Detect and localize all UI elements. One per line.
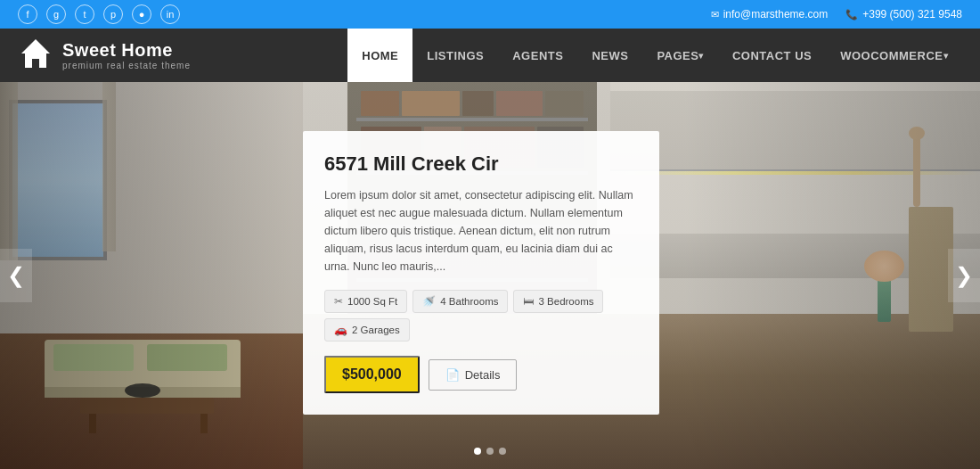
garage-label: 2 Garages	[352, 325, 400, 335]
garage-icon: 🚗	[334, 324, 347, 336]
logo[interactable]: Sweet Home premium real estate theme	[18, 36, 191, 75]
bath-label: 4 Bathrooms	[440, 296, 498, 307]
hero-dot-1[interactable]	[474, 448, 481, 455]
hero-section: 6571 Mill Creek Cir Lorem ipsum dolor si…	[0, 82, 980, 469]
phone-text: +399 (500) 321 9548	[862, 8, 962, 21]
property-features: ✂ 1000 Sq Ft 🚿 4 Bathrooms 🛏 3 Bedrooms …	[324, 290, 638, 341]
bed-label: 3 Bedrooms	[538, 296, 593, 307]
nav-menu: HOME LISTINGS AGENTS NEWS PAGES CONTACT …	[347, 29, 962, 82]
sqft-label: 1000 Sq Ft	[347, 296, 397, 307]
details-label: Details	[465, 368, 501, 382]
feature-bedrooms: 🛏 3 Bedrooms	[513, 290, 603, 313]
email-info: ✉ info@marstheme.com	[711, 8, 829, 21]
property-title: 6571 Mill Creek Cir	[324, 152, 638, 176]
circle-icon[interactable]: ●	[132, 4, 151, 24]
nav-pages[interactable]: PAGES	[642, 29, 718, 82]
nav-listings[interactable]: LISTINGS	[412, 29, 498, 82]
logo-icon	[18, 36, 53, 75]
contact-info: ✉ info@marstheme.com 📞 +399 (500) 321 95…	[711, 8, 962, 21]
email-icon: ✉	[711, 9, 719, 21]
top-bar: f g t p ● in ✉ info@marstheme.com 📞 +399…	[0, 0, 980, 29]
hero-next-button[interactable]: ❯	[948, 249, 980, 302]
nav-agents[interactable]: AGENTS	[498, 29, 577, 82]
email-text: info@marstheme.com	[723, 8, 829, 21]
bed-icon: 🛏	[523, 295, 534, 308]
nav-contact[interactable]: CONTACT US	[718, 29, 826, 82]
social-icons: f g t p ● in	[18, 4, 180, 24]
property-actions: $500,000 📄 Details	[324, 356, 638, 393]
feature-bathrooms: 🚿 4 Bathrooms	[412, 290, 508, 313]
feature-sqft: ✂ 1000 Sq Ft	[324, 290, 407, 313]
phone-icon: 📞	[845, 9, 858, 21]
svg-rect-1	[32, 43, 39, 48]
googleplus-icon[interactable]: g	[46, 4, 66, 24]
pinterest-icon[interactable]: p	[103, 4, 123, 24]
linkedin-icon[interactable]: in	[160, 4, 180, 24]
details-icon: 📄	[445, 368, 460, 382]
bath-icon: 🚿	[422, 295, 436, 308]
nav-home[interactable]: HOME	[347, 29, 412, 82]
property-description: Lorem ipsum dolor sit amet, consectetur …	[324, 186, 638, 276]
property-card: 6571 Mill Creek Cir Lorem ipsum dolor si…	[303, 131, 659, 415]
details-button[interactable]: 📄 Details	[429, 359, 518, 391]
phone-info: 📞 +399 (500) 321 9548	[845, 8, 962, 21]
sqft-icon: ✂	[334, 295, 343, 308]
hero-dot-2[interactable]	[486, 448, 494, 455]
logo-text-group: Sweet Home premium real estate theme	[62, 40, 191, 70]
hero-prev-button[interactable]: ❮	[0, 249, 32, 302]
logo-subtitle: premium real estate theme	[62, 61, 191, 70]
price-button[interactable]: $500,000	[324, 356, 420, 393]
nav-news[interactable]: NEWS	[577, 29, 642, 82]
nav-woocommerce[interactable]: WOOCOMMERCE	[826, 29, 962, 82]
navbar: Sweet Home premium real estate theme HOM…	[0, 29, 980, 82]
hero-dots	[474, 448, 506, 455]
twitter-icon[interactable]: t	[75, 4, 94, 24]
feature-garages: 🚗 2 Garages	[324, 318, 410, 341]
facebook-icon[interactable]: f	[18, 4, 37, 24]
hero-dot-3[interactable]	[499, 448, 506, 455]
logo-title: Sweet Home	[62, 40, 191, 61]
